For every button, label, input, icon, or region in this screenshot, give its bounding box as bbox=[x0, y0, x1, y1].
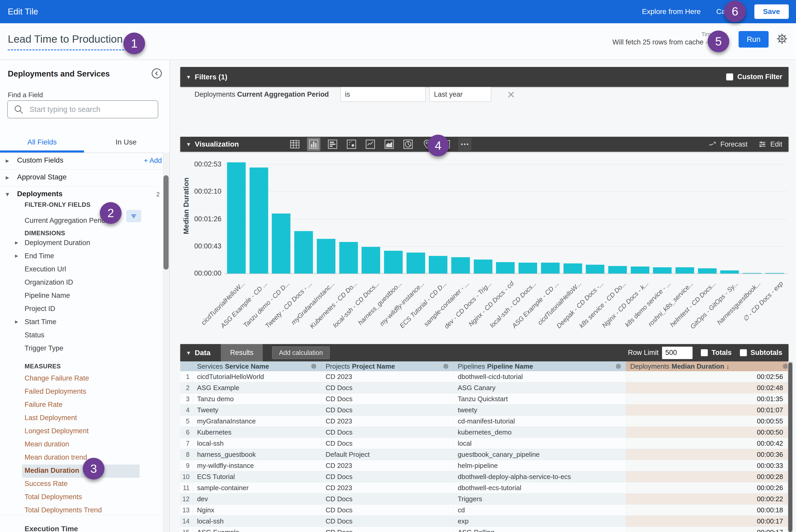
column-header[interactable]: DeploymentsMedian Duration ↓ bbox=[626, 361, 793, 371]
add-calculation-button[interactable]: Add calculation bbox=[272, 346, 330, 359]
chart-bar[interactable] bbox=[227, 162, 246, 273]
tile-title-editable[interactable]: Lead Time to Production bbox=[8, 33, 130, 51]
column-viz-icon[interactable] bbox=[307, 137, 320, 151]
chart-bar[interactable] bbox=[294, 231, 313, 273]
totals-checkbox[interactable] bbox=[701, 349, 708, 356]
chart-bar[interactable] bbox=[675, 267, 694, 273]
sidebar-dimension-item[interactable]: Organization ID bbox=[0, 276, 168, 289]
table-row[interactable]: 2ASG ExampleCD DocsASG Canary00:02:48 bbox=[180, 382, 793, 394]
explore-from-here-link[interactable]: Explore from Here bbox=[642, 7, 701, 16]
bar-viz-icon[interactable] bbox=[326, 137, 339, 151]
table-row[interactable]: 5myGrafanaInstanceCD 2023cd-manifest-tut… bbox=[180, 416, 793, 427]
pie-viz-icon[interactable] bbox=[401, 137, 415, 151]
column-header[interactable]: PipelinesPipeline Name bbox=[453, 361, 626, 371]
table-row[interactable]: 13NginxCD Docscd00:00:18 bbox=[180, 505, 793, 516]
sidebar-field-current-aggregation-period[interactable]: Current Aggregation Period bbox=[24, 216, 109, 225]
chevron-right-icon[interactable]: ▸ bbox=[15, 239, 18, 246]
sidebar-measure-item[interactable]: Failed Deployments bbox=[0, 385, 168, 399]
sidebar-measure-item[interactable]: Last Deployment bbox=[0, 412, 168, 425]
chart-bar[interactable] bbox=[362, 247, 380, 273]
chart-bar[interactable] bbox=[451, 257, 470, 273]
more-viz-icon[interactable] bbox=[458, 137, 471, 151]
chart-bar[interactable] bbox=[720, 270, 739, 273]
column-gear-icon[interactable] bbox=[310, 362, 318, 370]
sidebar-measure-item[interactable]: Longest Deployment bbox=[0, 425, 168, 438]
sidebar-measure-item[interactable]: Median Duration bbox=[22, 464, 140, 478]
table-row[interactable]: 9my-wildfly-instanceCD 2023helm-pipeline… bbox=[180, 460, 793, 471]
chart-bar[interactable] bbox=[743, 273, 761, 274]
chart-bar[interactable] bbox=[317, 239, 335, 273]
chevron-right-icon[interactable]: ▸ bbox=[15, 252, 18, 259]
sidebar-dimension-item[interactable]: Execution Url bbox=[0, 263, 168, 276]
table-scrollbar-thumb[interactable] bbox=[788, 362, 792, 532]
table-row[interactable]: 3Tanzu demoCD DocsTanzu Quickstart00:01:… bbox=[180, 394, 793, 404]
section-collapse-caret-icon[interactable]: ▾ bbox=[187, 140, 190, 148]
chart-bar[interactable] bbox=[429, 256, 447, 273]
sidebar-measure-item[interactable]: Total Deployments bbox=[0, 491, 168, 504]
chart-bar[interactable] bbox=[272, 213, 291, 273]
line-viz-icon[interactable] bbox=[364, 137, 377, 151]
sidebar-group-custom-fields[interactable]: ▸ Custom Fields + Add bbox=[0, 153, 169, 170]
chart-bar[interactable] bbox=[698, 268, 717, 273]
filter-value-input[interactable]: Last year bbox=[429, 87, 492, 102]
sidebar-measure-item[interactable]: Change Failure Rate bbox=[0, 372, 168, 385]
chart-bar[interactable] bbox=[608, 266, 627, 273]
sidebar-scrollbar-thumb[interactable] bbox=[163, 175, 169, 270]
edit-visualization-button[interactable]: Edit bbox=[758, 139, 782, 149]
table-row[interactable]: 11sample-containerCD 2023dbothwell-ecs-t… bbox=[180, 482, 793, 493]
chart-bar[interactable] bbox=[653, 267, 672, 273]
column-header[interactable]: ServicesService Name bbox=[193, 361, 321, 371]
tab-all-fields[interactable]: All Fields bbox=[0, 134, 84, 150]
filter-field-button[interactable] bbox=[126, 210, 141, 222]
sidebar-dimension-item[interactable]: Status bbox=[0, 329, 168, 342]
table-row[interactable]: 7local-sshCD Docslocal00:00:42 bbox=[180, 438, 793, 449]
chart-bar[interactable] bbox=[474, 260, 493, 273]
chart-bar[interactable] bbox=[407, 252, 425, 273]
table-row[interactable]: 10ECS TutorialCD Docsdbothwell-deploy-al… bbox=[180, 471, 793, 482]
chevron-right-icon[interactable]: ▸ bbox=[6, 157, 9, 165]
chart-bar[interactable] bbox=[519, 263, 537, 273]
filter-operator-select[interactable]: is bbox=[340, 87, 426, 102]
sidebar-dimension-item[interactable]: Trigger Type bbox=[0, 342, 168, 356]
custom-filter-checkbox[interactable] bbox=[726, 73, 733, 80]
chevron-down-icon[interactable]: ▾ bbox=[6, 190, 9, 198]
table-viz-icon[interactable] bbox=[288, 137, 301, 151]
scatter-viz-icon[interactable] bbox=[345, 137, 358, 151]
chart-bar[interactable] bbox=[765, 273, 784, 274]
run-button[interactable]: Run bbox=[739, 31, 769, 48]
forecast-button[interactable]: Forecast bbox=[708, 139, 747, 149]
collapse-sidebar-icon[interactable] bbox=[150, 67, 163, 80]
field-search-box[interactable] bbox=[7, 100, 158, 118]
section-collapse-caret-icon[interactable]: ▾ bbox=[187, 349, 190, 357]
table-row[interactable]: 6KubernetesCD Docskubernetes_demo00:00:5… bbox=[180, 427, 793, 438]
remove-filter-icon[interactable]: × bbox=[507, 88, 515, 101]
data-section-header[interactable]: ▾ Data Results Add calculation Row Limit… bbox=[180, 344, 789, 361]
sidebar-measure-item[interactable]: Mean duration bbox=[0, 438, 168, 451]
tab-in-use[interactable]: In Use bbox=[84, 134, 168, 150]
visualization-section-header[interactable]: ▾ Visualization 6 Forecast Edit bbox=[180, 137, 789, 152]
sidebar-dimension-item[interactable]: ▸Start Time bbox=[0, 316, 168, 329]
sidebar-measure-item[interactable]: Failure Rate bbox=[0, 399, 168, 412]
column-gear-icon[interactable] bbox=[442, 362, 450, 370]
column-header[interactable]: ProjectsProject Name bbox=[321, 361, 453, 371]
chart-bar[interactable] bbox=[541, 263, 560, 273]
chart-bar[interactable] bbox=[563, 263, 582, 273]
table-row[interactable]: 12devCD DocsTriggers00:00:22 bbox=[180, 493, 793, 505]
explore-settings-gear-icon[interactable] bbox=[775, 32, 789, 46]
table-row[interactable]: 15ASG ExampleCD DocsASG Rolling00:00:17 bbox=[180, 527, 793, 532]
filters-section-header[interactable]: ▾ Filters (1) Custom Filter bbox=[180, 67, 789, 87]
sidebar-group-deployments[interactable]: ▾ Deployments 2 bbox=[0, 186, 169, 203]
row-limit-input[interactable] bbox=[662, 347, 692, 359]
chart-bar[interactable] bbox=[339, 242, 358, 273]
results-tab[interactable]: Results bbox=[221, 344, 263, 361]
sidebar-measure-item[interactable]: Total Deployments Trend bbox=[0, 504, 168, 517]
column-gear-icon[interactable] bbox=[614, 362, 622, 370]
table-row[interactable]: 1cicdTutorialHelloWorldCD 2023dbothwell-… bbox=[180, 371, 793, 382]
sidebar-measure-item[interactable]: Success Rate bbox=[0, 478, 168, 491]
table-row[interactable]: 14local-sshCD Docsexp00:00:17 bbox=[180, 516, 793, 527]
table-row[interactable]: 8harness_guestbookDefault Projectguestbo… bbox=[180, 449, 793, 460]
save-button[interactable]: Save bbox=[754, 4, 789, 19]
chevron-right-icon[interactable]: ▸ bbox=[15, 318, 18, 325]
chart-bar[interactable] bbox=[249, 168, 268, 273]
chart-bar[interactable] bbox=[384, 251, 403, 273]
